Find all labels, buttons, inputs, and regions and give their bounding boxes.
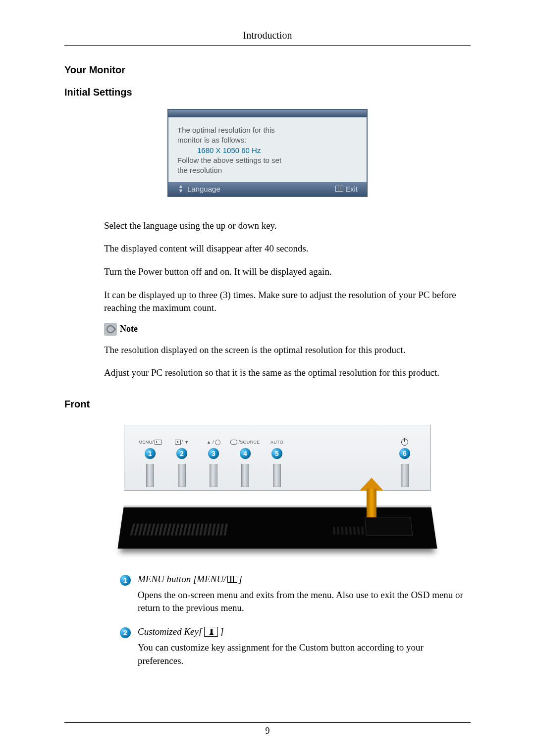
front-item-2-desc: You can customize key assignment for the… bbox=[138, 641, 471, 667]
button-3: ▲ / 3 bbox=[198, 439, 229, 487]
power-icon bbox=[401, 439, 408, 446]
osd-body: The optimal resolution for this monitor … bbox=[168, 117, 367, 182]
number-circle-2: 2 bbox=[120, 627, 131, 638]
osd-line: The optimal resolution for this bbox=[177, 125, 358, 135]
body-text: Select the language using the up or down… bbox=[104, 219, 471, 380]
note-row: Note bbox=[104, 323, 471, 336]
button-stub bbox=[178, 464, 186, 487]
number-circle-3: 3 bbox=[208, 448, 219, 459]
title-text: ] bbox=[220, 626, 223, 637]
button-stub bbox=[241, 464, 249, 487]
paragraph: The resolution displayed on the screen i… bbox=[104, 344, 471, 357]
osd-titlebar bbox=[168, 110, 367, 117]
front-description-list: 1 MENU button [MENU/ ] Opens the on-scre… bbox=[120, 574, 471, 676]
number-circle-1: 1 bbox=[120, 575, 131, 586]
front-item-2: 2 Customized Key[ ] You can customize ke… bbox=[120, 626, 471, 676]
button-stub bbox=[210, 464, 217, 487]
button-6: 6 bbox=[389, 439, 421, 487]
title-text: ] bbox=[238, 574, 242, 585]
custom-key-icon bbox=[204, 627, 218, 637]
header-rule bbox=[64, 45, 471, 46]
updown-arrow-icon: ▲▼ bbox=[177, 184, 184, 193]
osd-resolution: 1680 X 1050 60 Hz bbox=[177, 146, 358, 155]
running-header: Introduction bbox=[64, 30, 471, 41]
title-text: Customized Key[ bbox=[138, 626, 202, 637]
paragraph: It can be displayed up to three (3) time… bbox=[104, 289, 471, 315]
vent-grating bbox=[333, 527, 369, 535]
heading-initial-settings: Initial Settings bbox=[64, 87, 471, 98]
page-number: 9 bbox=[64, 726, 471, 736]
paragraph: Turn the Power button off and on. It wil… bbox=[104, 265, 471, 279]
osd-line: the resolution bbox=[177, 165, 358, 175]
monitor-bezel bbox=[117, 505, 437, 549]
osd-line: monitor is as follows: bbox=[177, 135, 358, 145]
number-circle-5: 5 bbox=[271, 448, 282, 459]
vent-grating bbox=[130, 524, 229, 536]
button-1-label: MENU/ bbox=[139, 439, 162, 445]
menu-bars-icon bbox=[155, 440, 161, 445]
button-6-label bbox=[401, 439, 408, 445]
front-item-1: 1 MENU button [MENU/ ] Opens the on-scre… bbox=[120, 574, 471, 623]
label-text: MENU/ bbox=[139, 440, 154, 445]
button-stub bbox=[273, 464, 281, 487]
paragraph: Adjust your PC resolution so that it is … bbox=[104, 366, 471, 380]
button-5-label: AUTO bbox=[270, 439, 283, 445]
button-stub bbox=[401, 464, 409, 487]
number-circle-4: 4 bbox=[240, 448, 251, 459]
menu-bars-icon bbox=[335, 186, 343, 192]
paragraph: The displayed content will disappear aft… bbox=[104, 242, 471, 255]
title-text: MENU button [MENU/ bbox=[138, 574, 226, 585]
osd-dialog: The optimal resolution for this monitor … bbox=[167, 109, 368, 197]
number-circle-1: 1 bbox=[145, 448, 156, 459]
brightness-sun-icon bbox=[215, 440, 220, 445]
button-panel: MENU/ 1 / ▼ 2 ▲ / bbox=[124, 425, 431, 491]
osd-bottom-bar: ▲▼ Language Exit bbox=[168, 182, 367, 196]
front-diagram: MENU/ 1 / ▼ 2 ▲ / bbox=[124, 425, 431, 549]
button-1: MENU/ 1 bbox=[134, 439, 166, 487]
button-stub bbox=[146, 464, 154, 487]
button-3-label: ▲ / bbox=[207, 439, 220, 445]
paragraph: Select the language using the up or down… bbox=[104, 219, 471, 233]
label-text: / ▼ bbox=[182, 440, 189, 445]
bezel-wrap bbox=[124, 505, 431, 549]
front-item-2-title: Customized Key[ ] bbox=[138, 626, 471, 637]
page: Introduction Your Monitor Initial Settin… bbox=[0, 0, 535, 756]
heading-front: Front bbox=[64, 399, 471, 410]
enter-icon bbox=[230, 440, 237, 445]
footer: 9 bbox=[64, 722, 471, 736]
button-2: / ▼ 2 bbox=[166, 439, 198, 487]
footer-rule bbox=[64, 722, 471, 723]
osd-line: Follow the above settings to set bbox=[177, 155, 358, 165]
label-text: /SOURCE bbox=[238, 440, 260, 445]
note-icon bbox=[104, 323, 117, 336]
heading-your-monitor: Your Monitor bbox=[64, 64, 471, 76]
box-dot-icon bbox=[175, 440, 181, 445]
callout-box bbox=[365, 517, 413, 536]
number-circle-6: 6 bbox=[399, 448, 410, 459]
button-5: AUTO 5 bbox=[261, 439, 293, 487]
button-4: /SOURCE 4 bbox=[229, 439, 261, 487]
arrow-up-icon bbox=[360, 478, 383, 517]
note-label: Note bbox=[120, 323, 138, 335]
label-text: ▲ / bbox=[207, 440, 214, 445]
front-item-1-desc: Opens the on-screen menu and exits from … bbox=[138, 589, 471, 614]
number-circle-2: 2 bbox=[176, 448, 187, 459]
front-item-1-title: MENU button [MENU/ ] bbox=[138, 574, 471, 585]
button-2-label: / ▼ bbox=[175, 439, 189, 445]
osd-exit-label: Exit bbox=[345, 185, 358, 193]
osd-exit-group: Exit bbox=[335, 185, 358, 193]
menu-bars-icon bbox=[227, 576, 237, 583]
osd-language-label: Language bbox=[187, 185, 220, 193]
button-4-label: /SOURCE bbox=[230, 439, 260, 445]
